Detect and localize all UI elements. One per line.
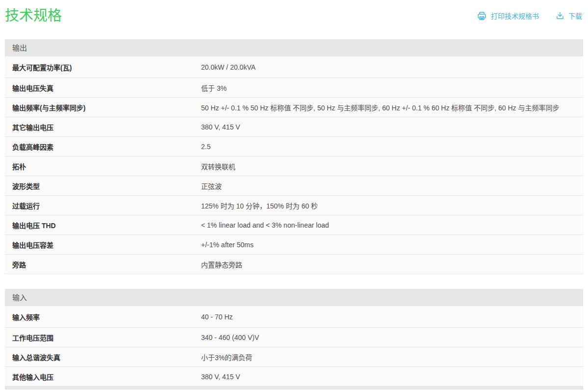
- spec-label: 输出电压 THD: [5, 220, 201, 230]
- spec-row: 输入总谐波失真 小于3%的满负荷: [5, 347, 583, 367]
- spec-row: 输出电压 THD < 1% linear load and < 3% non-l…: [5, 215, 583, 235]
- spec-row: 输入频率 40 - 70 Hz: [5, 306, 583, 328]
- spec-label: 负载高峰因素: [5, 142, 201, 152]
- section-rows: 最大可配置功率(瓦) 20.0kW / 20.0kVA 输出电压失真 低于 3%…: [5, 56, 583, 274]
- section-rows: 输入频率 40 - 70 Hz 工作电压范围 340 - 460 (400 V)…: [5, 306, 583, 387]
- spec-value: 340 - 460 (400 V)V: [201, 334, 583, 341]
- spec-row: 输出电压容差 +/-1% after 50ms: [5, 235, 583, 255]
- spec-label: 最大可配置功率(瓦): [5, 62, 201, 72]
- spec-row: 拓朴 双转换联机: [5, 156, 583, 176]
- section-header: 输入: [5, 289, 583, 306]
- spec-value: 50 Hz +/- 0.1 % 50 Hz 标称值 不同步, 50 Hz 与主频…: [201, 103, 583, 112]
- page-title: 技术规格: [5, 7, 62, 25]
- spec-section: 输出 最大可配置功率(瓦) 20.0kW / 20.0kVA 输出电压失真 低于…: [5, 39, 583, 274]
- download-label: 下载: [568, 11, 582, 21]
- spec-row: 旁路 内置静态旁路: [5, 255, 583, 274]
- spec-row: 波形类型 正弦波: [5, 176, 583, 196]
- spec-row: 工作电压范围 340 - 460 (400 V)V: [5, 328, 583, 347]
- toolbar-actions: 打印技术规格书 下载: [477, 11, 582, 21]
- spec-row: 输出电压失真 低于 3%: [5, 78, 583, 98]
- spec-row: 其它输出电压 380 V, 415 V: [5, 117, 583, 137]
- spec-value: 380 V, 415 V: [201, 123, 583, 131]
- spec-table: 输出 最大可配置功率(瓦) 20.0kW / 20.0kVA 输出电压失真 低于…: [5, 39, 583, 387]
- spec-label: 工作电压范围: [5, 333, 201, 342]
- print-spec-link[interactable]: 打印技术规格书: [477, 11, 539, 21]
- spec-value: 40 - 70 Hz: [201, 313, 583, 321]
- spec-value: 内置静态旁路: [201, 260, 583, 269]
- spec-label: 输入总谐波失真: [5, 352, 201, 362]
- page-header: 技术规格 打印技术规格书 下载: [0, 0, 588, 25]
- spec-label: 输出电压容差: [5, 240, 201, 250]
- spec-section: 输入 输入频率 40 - 70 Hz 工作电压范围 340 - 460 (400…: [5, 289, 583, 387]
- spec-label: 过载运行: [5, 201, 201, 210]
- print-spec-label: 打印技术规格书: [491, 11, 539, 21]
- spec-label: 旁路: [5, 260, 201, 269]
- spec-value: +/-1% after 50ms: [201, 241, 583, 249]
- spec-value: 正弦波: [201, 181, 583, 191]
- spec-row: 其他输入电压 380 V, 415 V: [5, 367, 583, 387]
- printer-icon: [477, 11, 487, 21]
- spec-label: 输出频率(与主频率同步): [5, 103, 201, 112]
- spec-value: 小于3%的满负荷: [201, 352, 583, 362]
- download-link[interactable]: 下载: [556, 11, 582, 21]
- spec-value: 20.0kW / 20.0kVA: [201, 63, 583, 71]
- spec-value: 双转换联机: [201, 161, 583, 171]
- spec-value: 125% 时为 10 分钟，150% 时为 60 秒: [201, 201, 583, 210]
- spec-label: 输入频率: [5, 312, 201, 322]
- section-header: 输出: [5, 39, 583, 56]
- spec-value: 2.5: [201, 143, 583, 151]
- spec-row: 输出频率(与主频率同步) 50 Hz +/- 0.1 % 50 Hz 标称值 不…: [5, 98, 583, 117]
- spec-label: 输出电压失真: [5, 83, 201, 93]
- spec-value: < 1% linear load and < 3% non-linear loa…: [201, 221, 583, 229]
- next-section-header-partial: [5, 387, 583, 390]
- spec-row: 过载运行 125% 时为 10 分钟，150% 时为 60 秒: [5, 196, 583, 215]
- spec-row: 最大可配置功率(瓦) 20.0kW / 20.0kVA: [5, 56, 583, 78]
- spec-value: 低于 3%: [201, 83, 583, 93]
- spec-label: 拓朴: [5, 161, 201, 171]
- download-icon: [556, 11, 564, 20]
- spec-label: 其它输出电压: [5, 122, 201, 132]
- spec-label: 波形类型: [5, 181, 201, 191]
- spec-value: 380 V, 415 V: [201, 373, 583, 381]
- spec-row: 负载高峰因素 2.5: [5, 137, 583, 156]
- spec-label: 其他输入电压: [5, 372, 201, 382]
